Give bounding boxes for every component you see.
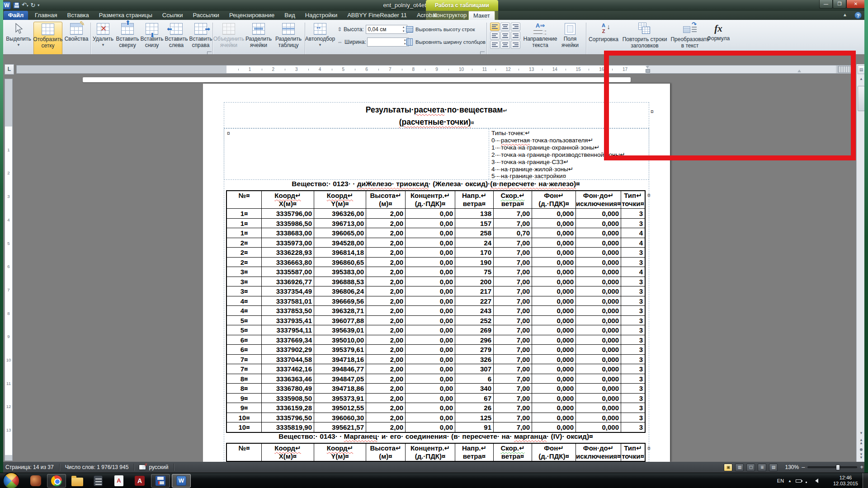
align-vm-hr-button[interactable] [511, 32, 520, 40]
taskbar-explorer[interactable] [68, 474, 87, 488]
align-vt-hc-button[interactable] [500, 23, 510, 31]
vertical-scrollbar[interactable]: ▤ ▲ ▼ ▲▲ ▼▼ [856, 64, 865, 462]
autofit-button[interactable]: ⇿ Автоподбор ▼ [306, 22, 335, 55]
draft-view-icon[interactable]: ▤ [769, 464, 778, 471]
taskbar-pdf-reader[interactable]: A [109, 474, 128, 488]
taskbar-app-swirl[interactable] [26, 474, 45, 488]
convert-to-text-button[interactable]: ↷ Преобразоватьв текст [669, 22, 711, 55]
insert-right-icon: ➡ [194, 23, 207, 35]
zoom-level[interactable]: 130% [785, 464, 799, 470]
tab-вставка[interactable]: Вставка [62, 11, 94, 20]
split-cells-button[interactable]: Разделитьячейки [244, 22, 273, 55]
zoom-in-icon[interactable]: + [860, 463, 863, 472]
select-button[interactable]: Выделить ▼ [5, 22, 33, 55]
language-indicator[interactable]: русский [148, 462, 174, 473]
close-button[interactable]: ✕ [846, 0, 865, 9]
table-cell: 396065,00 [314, 228, 366, 238]
next-page-icon[interactable]: ▼▼ [858, 453, 865, 459]
help-icon[interactable]: ? [854, 12, 862, 19]
tab-ссылки[interactable]: Ссылки [157, 11, 188, 20]
sort-button[interactable]: AZ↓ Сортировка [587, 22, 620, 55]
insert-below-button[interactable]: ⬇ Вставитьснизу [140, 22, 164, 55]
align-vm-hl-button[interactable] [490, 32, 500, 40]
delete-button[interactable]: ✕ Удалить ▼ [91, 22, 115, 55]
fullscreen-reading-view-icon[interactable]: ▥ [735, 464, 744, 471]
tab-разметка-страницы[interactable]: Разметка страницы [94, 11, 157, 20]
restore-button[interactable]: ❐ [833, 0, 846, 9]
insert-left-button[interactable]: ⬅ Вставитьслева [165, 22, 188, 55]
taskbar-clock[interactable]: 12:46 12.03.2015 [833, 475, 858, 487]
show-desktop-button[interactable] [863, 473, 868, 488]
minimize-ribbon-icon[interactable]: ▲ [843, 12, 847, 17]
print-layout-view-icon[interactable]: ▣ [724, 464, 732, 471]
align-vt-hr-button[interactable] [511, 23, 520, 31]
battery-icon[interactable] [796, 479, 802, 483]
distribute-columns-button[interactable]: Выровнять ширину столбцов [406, 37, 486, 47]
web-layout-view-icon[interactable]: ▢ [746, 464, 755, 471]
taskbar-calculator[interactable] [89, 474, 108, 488]
align-vt-hl-button[interactable] [490, 23, 500, 31]
document-page[interactable]: Результаты·расчета·по·веществам↵ (расчет… [203, 83, 670, 462]
align-vb-hl-button[interactable] [490, 41, 500, 49]
tab-design[interactable]: Конструктор [429, 11, 471, 20]
scroll-down-icon[interactable]: ▼ [858, 431, 865, 435]
view-ruler-toggle-icon[interactable]: ▤ [858, 65, 865, 74]
zoom-slider-thumb[interactable] [836, 465, 840, 470]
scrollbar-thumb[interactable] [858, 86, 865, 111]
table-cell: 394847,05 [314, 374, 366, 384]
proofing-status-icon[interactable] [139, 465, 146, 470]
page-indicator[interactable]: Страница: 14 из 37 [0, 462, 59, 473]
width-input[interactable]: ▲▼ [367, 38, 409, 47]
table-cell: 2,00 [366, 277, 405, 286]
height-input[interactable]: 0,04 см▲▼ [366, 25, 407, 34]
split-table-button[interactable]: Разделитьтаблицу [274, 22, 303, 55]
tab-file[interactable]: Файл [4, 11, 28, 20]
taskbar-floppy-app[interactable] [151, 474, 170, 488]
text-direction-button[interactable]: A⇒——→——→ Направлениетекста [524, 22, 556, 55]
tab-вид[interactable]: Вид [279, 11, 300, 20]
outline-view-icon[interactable]: ≣ [758, 464, 766, 471]
taskbar-acrobat[interactable]: A [130, 474, 149, 488]
merge-cells-icon [222, 23, 235, 35]
table-cell: 0,000 [532, 267, 576, 277]
properties-button[interactable]: ✎ Свойства [63, 22, 90, 55]
insert-above-button[interactable]: ⬆ Вставитьсверху [116, 22, 139, 55]
formula-button[interactable]: fx Формула [705, 22, 731, 55]
repeat-header-rows-button[interactable]: Повторить строкизаголовков [621, 22, 668, 55]
keyboard-language[interactable]: EN [777, 478, 784, 483]
vertical-ruler[interactable]: 12345678910111213 [5, 79, 13, 461]
align-vb-hr-button[interactable] [511, 41, 520, 49]
tab-stop-selector[interactable]: L [5, 64, 14, 75]
tab-layout[interactable]: Макет [468, 11, 495, 20]
word-count[interactable]: Число слов: 1 976/13 945 [60, 462, 134, 473]
zoom-slider[interactable] [807, 466, 857, 468]
view-gridlines-button[interactable]: Отобразитьсетку [33, 22, 62, 55]
table-cell: 7,00 [493, 364, 532, 374]
zoom-out-icon[interactable]: – [802, 463, 805, 472]
table-cell: 3 [621, 247, 645, 257]
align-vm-hc-button[interactable] [500, 32, 510, 40]
header-cell: Концентр.↵(д.·ПДК)¤ [405, 444, 455, 461]
tab-надстройки[interactable]: Надстройки [300, 11, 342, 20]
table-cell: 7,00 [493, 296, 532, 306]
previous-page-icon[interactable]: ▲▲ [858, 438, 865, 445]
tab-рецензирование[interactable]: Рецензирование [224, 11, 279, 20]
select-browse-object-icon[interactable] [860, 448, 863, 451]
align-vb-hc-button[interactable] [500, 41, 510, 49]
spinner-arrows-icon[interactable]: ▲▼ [401, 25, 406, 33]
tab-рассылки[interactable]: Рассылки [188, 11, 224, 20]
start-button[interactable] [3, 472, 20, 488]
hidden-icons-icon[interactable]: ▲ [788, 479, 792, 483]
scroll-up-icon[interactable]: ▲ [858, 77, 865, 81]
cell-margins-button[interactable]: Поляячейки [557, 22, 583, 55]
minimize-button[interactable]: — [819, 0, 833, 9]
volume-icon[interactable] [815, 479, 818, 483]
taskbar-chrome[interactable] [47, 474, 66, 488]
taskbar-word[interactable]: W [172, 474, 191, 488]
distribute-rows-button[interactable]: Выровнять высоту строк [406, 24, 475, 35]
network-icon[interactable] [806, 479, 811, 483]
insert-right-button[interactable]: ➡ Вставитьсправа [189, 22, 212, 55]
table-cell: 0,000 [576, 257, 621, 267]
tab-главная[interactable]: Главная [30, 11, 62, 20]
tab-abbyy-finereader-11[interactable]: ABBYY FineReader 11 [342, 11, 412, 20]
